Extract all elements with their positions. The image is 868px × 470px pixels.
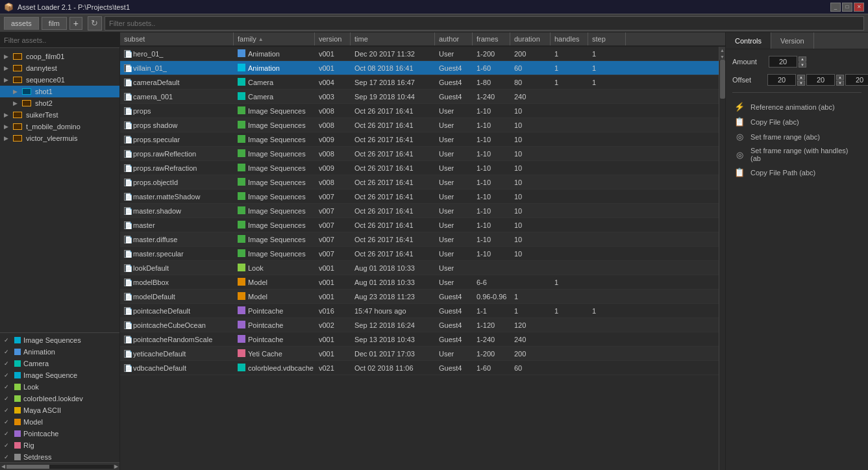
vertical-scrollbar[interactable]: ▲ ▼ (719, 47, 725, 470)
filter-item-rig[interactable]: ✓Rig (0, 439, 119, 451)
file-icon: 📄 (124, 278, 130, 286)
table-row[interactable]: 📄lookDefaultLookv001Aug 01 2018 10:33Use… (120, 261, 719, 275)
action-item-reference-animation[interactable]: ⚡Reference animation (abc) (732, 99, 862, 114)
th-author[interactable]: author (435, 32, 473, 45)
tree-item-shot2[interactable]: ▶shot2 (0, 97, 119, 109)
action-item-set-frame-range[interactable]: ◎Set frame range (abc) (732, 129, 862, 144)
filter-item-pointcache[interactable]: ✓Pointcache (0, 428, 119, 439)
table-row[interactable]: 📄props.specularImage Sequencesv009Oct 26… (120, 132, 719, 147)
table-row[interactable]: 📄villain_01_Animationv001Oct 08 2018 16:… (120, 61, 719, 75)
table-row[interactable]: 📄yeticacheDefaultYeti Cachev001Dec 01 20… (120, 347, 719, 361)
subset-search-input[interactable] (105, 16, 864, 31)
subset-label: master.shadow (133, 207, 181, 215)
window-controls[interactable]: _ □ ✕ (830, 3, 864, 12)
table-row[interactable]: 📄master.diffuseImage Sequencesv007Oct 26… (120, 232, 719, 247)
th-time[interactable]: time (351, 32, 435, 45)
th-duration[interactable]: duration (510, 32, 551, 45)
folder-box (13, 135, 22, 142)
td-version: v001 (315, 347, 351, 360)
td-handles: 1 (551, 47, 588, 60)
filter-item-look[interactable]: ✓Look (0, 381, 119, 393)
offset-input-2[interactable] (806, 74, 835, 86)
table-row[interactable]: 📄masterImage Sequencesv007Oct 26 2017 16… (120, 218, 719, 232)
filter-item-setdress[interactable]: ✓Setdress (0, 451, 119, 462)
tab-controls[interactable]: Controls (726, 32, 771, 49)
action-item-set-frame-range-handles[interactable]: ◎Set frame range (with handles) (ab (732, 144, 862, 165)
table-row[interactable]: 📄props shadowImage Sequencesv008Oct 26 2… (120, 118, 719, 132)
family-icon (238, 149, 245, 158)
table-row[interactable]: 📄modelBboxModelv001Aug 01 2018 10:33User… (120, 275, 719, 290)
offset-input-1[interactable] (767, 74, 796, 86)
filter-item-image-sequence2[interactable]: ✓Image Sequence (0, 369, 119, 381)
table-row[interactable]: 📄master.specularImage Sequencesv007Oct 2… (120, 247, 719, 261)
scroll-left-arrow[interactable]: ◀ (1, 464, 5, 469)
table-row[interactable]: 📄propsImage Sequencesv008Oct 26 2017 16:… (120, 104, 719, 118)
table-row[interactable]: 📄props.objectIdImage Sequencesv008Oct 26… (120, 175, 719, 190)
td-subset: 📄props.objectId (120, 175, 234, 189)
filter-item-image-sequences[interactable]: ✓Image Sequences (0, 334, 119, 346)
table-row[interactable]: 📄hero_01_Animationv001Dec 20 2017 11:32U… (120, 47, 719, 61)
table-row[interactable]: 📄pointcacheRandomScalePointcachev001Sep … (120, 332, 719, 347)
tree-item-t_mobile_domino[interactable]: ▶t_mobile_domino (0, 121, 119, 132)
tree-item-suikerTest[interactable]: ▶suikerTest (0, 109, 119, 121)
table-row[interactable]: 📄cameraDefaultCamerav004Sep 17 2018 16:4… (120, 75, 719, 90)
tab-assets[interactable]: assets (4, 17, 39, 30)
td-step: 1 (588, 61, 626, 75)
td-family: Image Sequences (234, 218, 315, 232)
close-btn[interactable]: ✕ (854, 3, 864, 12)
action-icon-set-frame-range: ◎ (734, 132, 745, 142)
tab-film[interactable]: film (42, 17, 67, 30)
action-item-copy-file-path[interactable]: 📋Copy File Path (abc) (732, 165, 862, 180)
add-tab-btn[interactable]: + (69, 17, 82, 30)
amount-input[interactable] (769, 56, 797, 68)
offset2-down[interactable]: ▼ (836, 80, 844, 86)
table-row[interactable]: 📄props.rawRefractionImage Sequencesv009O… (120, 161, 719, 175)
asset-filter-input[interactable] (0, 32, 119, 48)
td-version: v007 (315, 232, 351, 246)
refresh-btn[interactable]: ↻ (88, 16, 102, 31)
offset2-up[interactable]: ▲ (836, 75, 844, 80)
filter-item-model[interactable]: ✓Model (0, 416, 119, 428)
family-icon (238, 335, 245, 344)
amount-down[interactable]: ▼ (799, 62, 806, 68)
tree-item-shot1[interactable]: ▶shot1 (0, 86, 119, 97)
amount-up[interactable]: ▲ (799, 56, 806, 62)
filter-item-animation[interactable]: ✓Animation (0, 346, 119, 358)
scroll-up-arrow[interactable]: ▲ (719, 47, 725, 53)
tree-item-victor_vleermuis[interactable]: ▶victor_vleermuis (0, 132, 119, 144)
table-row[interactable]: 📄master.shadowImage Sequencesv007Oct 26 … (120, 204, 719, 218)
th-handles[interactable]: handles (551, 32, 588, 45)
table-row[interactable]: 📄camera_001Camerav003Sep 19 2018 10:44Gu… (120, 90, 719, 104)
table-row[interactable]: 📄pointcacheCubeOceanPointcachev002Sep 12… (120, 318, 719, 332)
offset1-up[interactable]: ▲ (797, 75, 805, 80)
table-row[interactable]: 📄modelDefaultModelv001Aug 23 2018 11:23G… (120, 290, 719, 304)
scroll-right-arrow[interactable]: ▶ (114, 464, 118, 469)
table-row[interactable]: 📄pointcacheDefaultPointcachev01615:47 ho… (120, 304, 719, 318)
action-item-copy-file[interactable]: 📋Copy File (abc) (732, 114, 862, 129)
amount-spinner[interactable]: ▲ ▼ (769, 56, 806, 68)
tab-version[interactable]: Version (771, 32, 814, 49)
td-handles (551, 347, 588, 360)
table-row[interactable]: 📄vdbcacheDefaultcolorbleed.vdbcachev021O… (120, 361, 719, 375)
offset-input-3[interactable] (845, 74, 868, 86)
tree-item-coop_film01[interactable]: ▶coop_film01 (0, 51, 119, 62)
minimize-btn[interactable]: _ (830, 3, 841, 12)
tree-item-sequence01[interactable]: ▶sequence01 (0, 74, 119, 86)
scroll-down-arrow[interactable]: ▼ (719, 53, 725, 60)
th-step[interactable]: step (588, 32, 626, 45)
filter-label: Model (23, 418, 43, 426)
tree-item-dannytest[interactable]: ▶dannytest (0, 62, 119, 74)
offset1-down[interactable]: ▼ (797, 80, 805, 86)
filter-item-colorbleed-lookdev[interactable]: ✓colorbleed.lookdev (0, 393, 119, 404)
table-row[interactable]: 📄props.rawReflectionImage Sequencesv008O… (120, 147, 719, 161)
th-frames[interactable]: frames (473, 32, 510, 45)
left-scrollbar[interactable]: ◀ ▶ (0, 462, 119, 470)
filter-item-maya-ascii[interactable]: ✓Maya ASCII (0, 404, 119, 416)
th-family[interactable]: family ▲ (234, 32, 315, 45)
th-version[interactable]: version (315, 32, 351, 45)
table-row[interactable]: 📄master.matteShadowImage Sequencesv007Oc… (120, 190, 719, 204)
th-subset[interactable]: subset (120, 32, 234, 45)
filter-item-camera[interactable]: ✓Camera (0, 358, 119, 369)
file-icon: 📄 (124, 250, 130, 258)
maximize-btn[interactable]: □ (842, 3, 852, 12)
